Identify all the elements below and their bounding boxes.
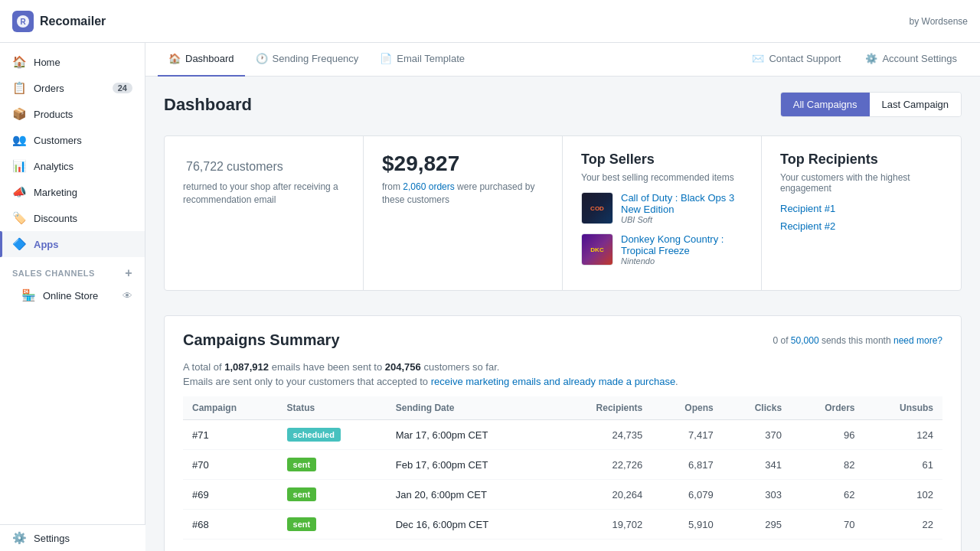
sidebar-item-label: Products [34, 109, 73, 120]
all-campaigns-button[interactable]: All Campaigns [781, 93, 870, 116]
col-orders: Orders [791, 396, 864, 420]
customers-icon: 👥 [12, 133, 26, 147]
campaign-date: Mar 17, 6:00pm CET [387, 420, 554, 450]
col-recipients: Recipients [554, 396, 652, 420]
last-campaign-button[interactable]: Last Campaign [870, 93, 961, 116]
nav-account-settings[interactable]: ⚙️ Account Settings [854, 43, 968, 77]
sidebar-item-marketing[interactable]: 📣 Marketing [0, 179, 145, 205]
status-badge: scheduled [287, 428, 341, 442]
sidebar-item-products[interactable]: 📦 Products [0, 101, 145, 127]
campaign-opens: 5,910 [652, 510, 722, 540]
product-1-link[interactable]: Call of Duty : Black Ops 3 New Edition [621, 192, 743, 215]
campaign-orders: 96 [791, 420, 864, 450]
customers-number: 76,722customers [183, 152, 345, 176]
campaigns-table: Campaign Status Sending Date Recipients … [183, 396, 942, 540]
status-badge: sent [287, 487, 317, 501]
top-recipients-card: Top Recipients Your customers with the h… [762, 136, 961, 290]
campaign-id: #69 [183, 480, 278, 510]
top-sellers-card: Top Sellers Your best selling recommende… [563, 136, 762, 290]
product-thumb-2: DKC [581, 233, 613, 266]
sidebar-item-online-store[interactable]: 🏪 Online Store 👁 [0, 283, 145, 308]
product-1-brand: UBI Soft [621, 215, 743, 224]
dashboard-nav-icon: 🏠 [168, 53, 181, 64]
campaign-unsubs: 61 [864, 450, 942, 480]
col-sending-date: Sending Date [387, 396, 554, 420]
page-title: Dashboard [164, 95, 252, 115]
campaigns-section: Campaigns Summary 0 of 50,000 sends this… [164, 315, 962, 551]
app-logo: R Recomailer [12, 11, 106, 32]
campaign-orders: 70 [791, 510, 864, 540]
marketing-emails-link[interactable]: receive marketing emails and already mad… [431, 376, 675, 387]
main-content: 🏠 Dashboard 🕐 Sending Frequency 📄 Email … [145, 43, 980, 551]
svg-text:R: R [20, 18, 26, 26]
campaign-status: sent [278, 450, 387, 480]
campaign-clicks: 370 [723, 420, 791, 450]
summary-line-2: Emails are sent only to your customers t… [183, 376, 942, 387]
need-more-link[interactable]: need more? [893, 335, 942, 346]
nav-dashboard-label: Dashboard [185, 53, 234, 64]
nav-contact-support[interactable]: ✉️ Contact Support [741, 43, 851, 77]
campaign-recipients: 20,264 [554, 480, 652, 510]
top-recipients-subtitle: Your customers with the highest engageme… [780, 172, 942, 194]
summary-line-1: A total of 1,087,912 emails have been se… [183, 361, 942, 373]
sidebar-item-discounts[interactable]: 🏷️ Discounts [0, 205, 145, 231]
sales-channels-label: Sales channels [12, 269, 95, 278]
col-status: Status [278, 396, 387, 420]
nav-sending-frequency[interactable]: 🕐 Sending Frequency [245, 43, 370, 77]
online-store-eye-icon[interactable]: 👁 [122, 290, 132, 302]
revenue-stat: $29,827 from 2,060 orders were purchased… [364, 136, 563, 290]
campaign-status: scheduled [278, 420, 387, 450]
product-2-brand: Nintendo [621, 256, 743, 266]
top-seller-2: DKC Donkey Kong Country : Tropical Freez… [581, 233, 743, 266]
sidebar-item-orders[interactable]: 📋 Orders 24 [0, 75, 145, 101]
recipient-1-link[interactable]: Recipient #1 [780, 203, 942, 214]
orders-link[interactable]: 2,060 orders [403, 181, 454, 192]
customers-stat: 76,722customers returned to your shop af… [165, 136, 364, 290]
campaign-opens: 7,417 [652, 420, 722, 450]
recipient-2-link[interactable]: Recipient #2 [780, 220, 942, 232]
campaign-clicks: 295 [723, 510, 791, 540]
sidebar-item-label: Marketing [34, 187, 77, 198]
home-icon: 🏠 [12, 55, 26, 69]
orders-badge: 24 [113, 83, 132, 93]
campaign-recipients: 19,702 [554, 510, 652, 540]
sidebar-item-customers[interactable]: 👥 Customers [0, 127, 145, 153]
layout: 🏠 Home 📋 Orders 24 📦 Products 👥 Customer… [0, 43, 980, 551]
sidebar-sub-label: Online Store [43, 290, 98, 302]
table-row: #71 scheduled Mar 17, 6:00pm CET 24,735 … [183, 420, 942, 450]
sidebar-item-label: Apps [34, 239, 59, 250]
table-header-row: Campaign Status Sending Date Recipients … [183, 396, 942, 420]
analytics-icon: 📊 [12, 159, 26, 173]
stats-row: 76,722customers returned to your shop af… [164, 135, 962, 291]
add-channel-icon[interactable]: + [125, 266, 132, 280]
sidebar-sales-channels-section: Sales channels + [0, 257, 145, 283]
product-2-link[interactable]: Donkey Kong Country : Tropical Freeze [621, 233, 743, 256]
dashboard-header: Dashboard All Campaigns Last Campaign [164, 92, 962, 117]
campaign-clicks: 303 [723, 480, 791, 510]
campaign-orders: 82 [791, 450, 864, 480]
product-info-1: Call of Duty : Black Ops 3 New Edition U… [621, 192, 743, 224]
discounts-icon: 🏷️ [12, 211, 26, 225]
settings-label: Settings [34, 533, 70, 544]
sends-limit-link[interactable]: 50,000 [791, 335, 819, 346]
app-nav: 🏠 Dashboard 🕐 Sending Frequency 📄 Email … [145, 43, 980, 77]
campaign-unsubs: 22 [864, 510, 942, 540]
nav-dashboard[interactable]: 🏠 Dashboard [158, 43, 245, 77]
campaign-status: sent [278, 480, 387, 510]
sidebar-item-apps[interactable]: 🔷 Apps [0, 231, 145, 257]
nav-email-template[interactable]: 📄 Email Template [369, 43, 475, 77]
campaign-unsubs: 102 [864, 480, 942, 510]
support-icon: ✉️ [752, 53, 764, 64]
sidebar-item-settings[interactable]: ⚙️ Settings [0, 525, 145, 551]
campaigns-header: Campaigns Summary 0 of 50,000 sends this… [183, 331, 942, 349]
sidebar-item-home[interactable]: 🏠 Home [0, 49, 145, 75]
campaign-date: Feb 17, 6:00pm CET [387, 450, 554, 480]
nav-contact-support-label: Contact Support [769, 53, 841, 64]
status-badge: sent [287, 517, 317, 531]
sidebar-item-analytics[interactable]: 📊 Analytics [0, 153, 145, 179]
nav-sending-frequency-label: Sending Frequency [273, 53, 359, 64]
top-recipients-title: Top Recipients [780, 152, 942, 168]
col-opens: Opens [652, 396, 722, 420]
sends-info: 0 of 50,000 sends this month need more? [773, 335, 943, 346]
campaign-clicks: 341 [723, 450, 791, 480]
